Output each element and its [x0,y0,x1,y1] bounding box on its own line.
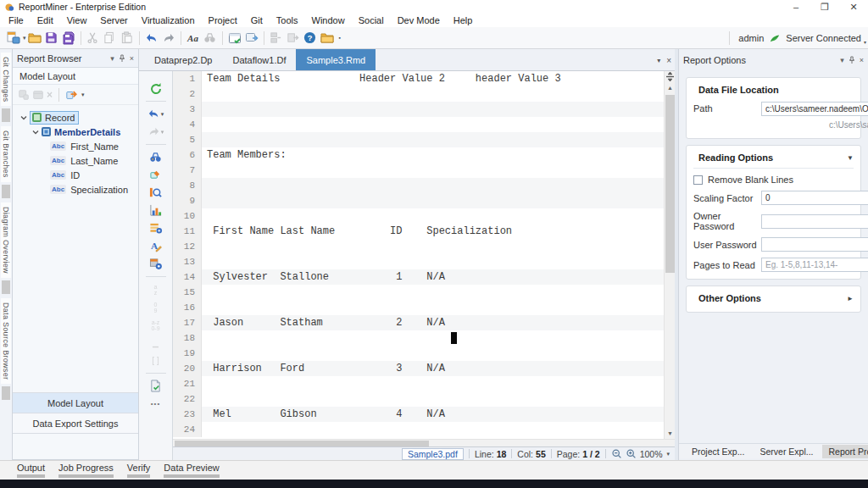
remove-blank-lines-checkbox[interactable] [693,175,703,185]
zoom-level[interactable]: 100% [640,449,663,459]
panel-menu-caret-icon[interactable]: ▾ [840,56,844,64]
tab-list-caret-icon[interactable]: ▾ [657,57,660,64]
pin-icon[interactable] [119,54,125,63]
verify-window-icon[interactable] [226,29,243,47]
horizontal-scroll-thumb[interactable] [175,441,429,446]
line-content[interactable] [202,86,675,102]
bottom-tab-job-progress[interactable]: Job Progress [58,463,114,478]
font-edit-icon[interactable]: A [145,237,167,255]
zoom-in-icon[interactable] [626,448,637,459]
undo-icon[interactable]: ▾ [145,105,167,123]
path-input[interactable] [761,102,868,116]
rail-tab-data-source-browser[interactable]: Data Source Browser [1,298,11,384]
find-icon[interactable] [202,29,219,47]
panel-close-icon[interactable]: × [860,56,864,64]
menu-tools[interactable]: Tools [270,15,305,25]
menu-virtualization[interactable]: Virtualization [135,15,202,25]
minimize-button[interactable]: – [782,0,810,14]
document-tab-dataflow1-df[interactable]: Dataflow1.Df [223,49,297,70]
line-content[interactable] [202,422,675,437]
menu-social[interactable]: Social [352,15,391,25]
split-editor-handle-icon[interactable] [665,71,675,82]
maximize-button[interactable]: ❐ [810,0,839,14]
menu-project[interactable]: Project [202,15,244,25]
panel-switch-model-layout[interactable]: Model Layout [13,393,138,413]
bottom-tab-output[interactable]: Output [17,463,45,478]
tree-field-last-name[interactable]: AbcLast_Name [13,153,138,168]
tree-field-first-name[interactable]: AbcFirst_Name [13,139,138,153]
sort-numeric-icon[interactable]: 09 [145,298,167,316]
collapse-section-icon[interactable]: ▼ [847,154,854,162]
redo-icon[interactable]: ▾ [145,123,167,141]
panel-tab-project-exp[interactable]: Project Exp... [686,445,750,458]
menu-edit[interactable]: Edit [31,15,60,25]
menu-server[interactable]: Server [93,15,134,25]
menu-file[interactable]: File [2,15,31,25]
menu-view[interactable]: View [60,15,94,25]
line-content[interactable] [202,132,675,147]
model-settings-icon[interactable] [145,255,167,273]
panel-close-icon[interactable]: × [130,54,134,63]
add-field-icon[interactable] [32,89,44,101]
panel-tab-server-expl[interactable]: Server Expl... [754,445,819,458]
undo-icon[interactable] [143,29,160,47]
bottom-tab-data-preview[interactable]: Data Preview [164,463,219,478]
menu-help[interactable]: Help [447,15,480,25]
rail-tab-diagram-overview[interactable]: Diagram Overview [1,202,11,278]
chevron-down-icon[interactable] [19,114,27,121]
line-content[interactable] [202,102,675,117]
pin-icon[interactable] [849,56,855,64]
panel-tab-report-pro[interactable]: Report Pro... [822,445,868,458]
tree-field-specialization[interactable]: AbcSpecialization [13,182,138,197]
vertical-scroll-thumb[interactable] [665,95,675,273]
line-content[interactable]: Mel Gibson 4 N/A [202,407,675,422]
status-file-name[interactable]: Sample3.pdf [402,448,464,460]
line-content[interactable] [202,330,675,346]
close-button[interactable]: ✕ [839,0,868,14]
statistics-chart-icon[interactable] [145,202,167,219]
line-content[interactable]: First Name Last Name ID Specialization [202,224,675,239]
tree-field-id[interactable]: AbcID [13,168,138,182]
tree-node-record[interactable]: Record [13,110,138,125]
line-content[interactable] [202,254,675,269]
refresh-icon[interactable] [145,80,167,97]
line-content[interactable] [202,193,675,208]
brackets-icon[interactable]: [ ] [145,352,167,369]
line-content[interactable] [202,285,675,300]
redo-icon[interactable] [160,29,177,47]
line-content[interactable] [202,239,675,254]
validate-document-icon[interactable] [145,377,167,395]
scaling-factor-input[interactable] [761,191,868,205]
open-folder-icon[interactable] [26,29,43,47]
delete-node-icon[interactable]: × [47,89,53,101]
document-editor[interactable]: 1Team Details Header Value 2 header Valu… [173,71,675,439]
line-content[interactable] [202,178,675,193]
export-layout-caret-icon[interactable]: ▾ [81,92,85,98]
panel-switch-data-export-settings[interactable]: Data Export Settings [13,413,138,434]
paste-icon[interactable] [119,29,136,47]
toolbar-options-caret-icon[interactable]: ▾ [864,39,866,45]
line-content[interactable] [202,300,675,315]
line-content[interactable]: Harrison Ford 3 N/A [202,361,675,376]
logged-in-user[interactable]: admin [738,33,764,43]
scroll-up-icon[interactable]: ▲ [665,82,675,93]
help-icon[interactable]: ? [302,29,319,47]
rail-tab-git-branches[interactable]: Git Branches [1,126,11,182]
chevron-down-icon[interactable] [31,128,39,136]
save-icon[interactable] [43,29,60,47]
menu-git[interactable]: Git [244,15,270,25]
scroll-down-icon[interactable]: ▼ [665,428,675,439]
pages-to-read-input[interactable] [761,258,868,272]
font-case-icon[interactable]: Aa [185,29,202,47]
search-highlight-icon[interactable] [145,184,167,202]
zoom-caret-icon[interactable]: ▾ [666,451,670,458]
line-content[interactable]: Team Members: [202,147,675,163]
export-layout-icon[interactable] [65,89,78,101]
zoom-out-icon[interactable] [611,448,622,459]
line-content[interactable] [202,376,675,391]
underscore-icon[interactable]: ▁ [145,334,167,352]
import-data-icon[interactable] [285,29,302,47]
tree-node-memberdetails[interactable]: MemberDetails [13,125,138,139]
select-pattern-icon[interactable] [145,166,167,184]
auto-create-layout-icon[interactable] [145,219,167,237]
